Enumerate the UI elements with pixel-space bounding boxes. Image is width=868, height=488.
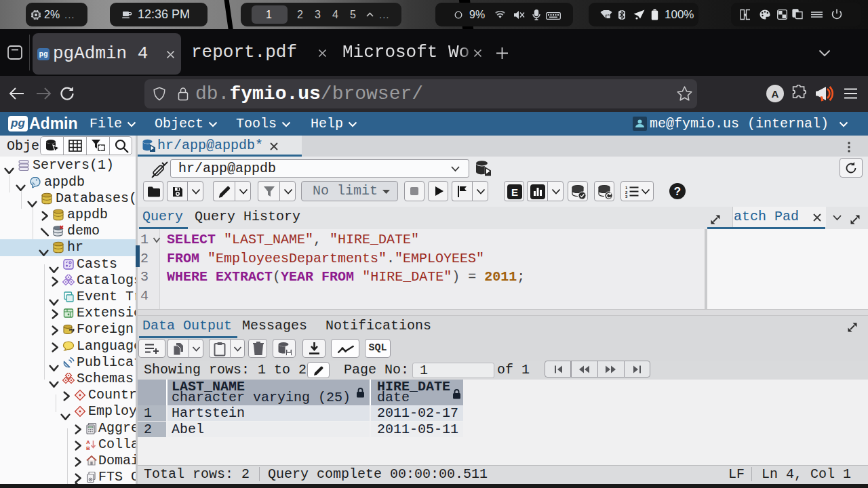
svg-text:A: A — [772, 88, 779, 100]
svg-text:2: 2 — [625, 190, 628, 195]
svg-text:?: ? — [674, 185, 681, 198]
svg-text:E: E — [511, 186, 518, 198]
svg-text:1: 1 — [625, 186, 628, 190]
svg-text:3: 3 — [625, 195, 628, 198]
svg-text:B: B — [86, 445, 90, 451]
